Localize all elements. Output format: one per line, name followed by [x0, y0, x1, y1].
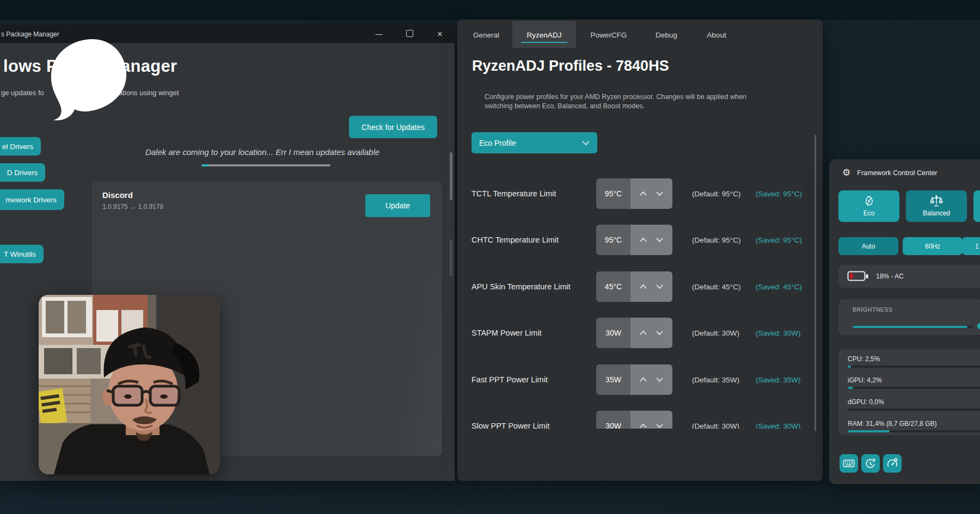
cpu-usage-bar [848, 366, 980, 368]
dgpu-usage-bar [848, 408, 980, 411]
igpu-usage-bar [848, 387, 980, 389]
setting-label: Fast PPT Power Limit [471, 375, 548, 384]
spinner-value: 30W [596, 318, 630, 348]
sidebar-button-framework-drivers[interactable]: mework Drivers [0, 189, 64, 210]
setting-default: (Default: 95°C) [692, 190, 740, 198]
battery-icon [847, 270, 869, 282]
setting-saved: (Saved: 95°C) [756, 190, 802, 198]
cpu-usage-fill [848, 366, 851, 368]
setting-row-stapm: STAPM Power Limit 30W (Default: 30W) (Sa… [460, 318, 817, 348]
setting-saved: (Saved: 30W) [756, 422, 801, 429]
update-button[interactable]: Update [365, 194, 430, 217]
webcam-portrait-image [39, 295, 220, 474]
ram-usage-bar [848, 430, 980, 432]
keyboard-icon [843, 457, 855, 469]
scrollbar-thumb-secondary[interactable] [450, 239, 452, 276]
setting-row-slow-ppt: Slow PPT Power Limit 30W (Default: 30W) … [460, 411, 817, 429]
decrement-icon[interactable] [656, 423, 664, 429]
brightness-slider[interactable] [853, 326, 973, 328]
tab-general[interactable]: General [466, 22, 506, 48]
setting-row-apu-skin: APU Skin Temperature Limit 45°C (Default… [460, 271, 817, 302]
setting-default: (Default: 95°C) [692, 236, 740, 244]
brightness-card: BRIGHTNESS [838, 299, 980, 335]
mode-button-clipped[interactable] [973, 190, 980, 222]
settings-scroll-viewport: TCTL Temperature Limit 95°C (Default: 95… [460, 163, 817, 429]
white-blob-overlay [48, 38, 128, 121]
battery-status-text: 18% - AC [876, 273, 904, 280]
setting-label: APU Skin Temperature Limit [471, 282, 571, 291]
tab-powercfg[interactable]: PowerCFG [584, 22, 634, 48]
performance-gauge-button[interactable] [883, 454, 902, 473]
value-spinner: 95°C [596, 178, 672, 209]
close-icon[interactable]: ✕ [435, 30, 445, 38]
value-spinner: 95°C [596, 225, 672, 255]
tab-debug[interactable]: Debug [649, 22, 684, 48]
keyboard-settings-button[interactable] [840, 454, 858, 473]
desktop-top-strip [0, 0, 980, 20]
refresh-button-auto[interactable]: Auto [838, 237, 898, 255]
profile-dropdown[interactable]: Eco Profile [471, 132, 597, 153]
decrement-icon[interactable] [656, 330, 664, 336]
scrollbar-thumb[interactable] [450, 152, 452, 200]
mode-button-eco[interactable]: Eco [838, 190, 899, 222]
refresh-button-clipped[interactable]: 1 [962, 237, 980, 255]
ryzenadj-description: Configure power profiles for your AMD Ry… [485, 92, 746, 111]
spinner-value: 30W [596, 411, 630, 429]
leaf-icon [863, 195, 875, 207]
spinner-value: 95°C [596, 178, 630, 209]
increment-icon[interactable] [639, 423, 647, 429]
decrement-icon[interactable] [656, 191, 664, 196]
brightness-label: BRIGHTNESS [853, 306, 892, 313]
battery-status-card: 18% - AC [838, 265, 980, 288]
sidebar-button-intel-drivers[interactable]: el Drivers [0, 137, 41, 156]
tab-about[interactable]: About [700, 22, 733, 48]
scales-icon [930, 195, 943, 207]
decrement-icon[interactable] [656, 284, 664, 289]
maximize-icon[interactable] [405, 30, 414, 39]
settings-scrollbar[interactable] [814, 135, 816, 431]
brightness-slider-thumb[interactable] [977, 323, 980, 329]
refresh-button-60hz[interactable]: 60Hz [903, 237, 963, 255]
minimize-icon[interactable]: — [374, 30, 384, 38]
value-spinner: 30W [596, 318, 672, 348]
app-name: Discord [102, 190, 133, 200]
mode-button-balanced[interactable]: Balanced [906, 190, 967, 222]
increment-icon[interactable] [639, 330, 647, 336]
setting-row-tctl: TCTL Temperature Limit 95°C (Default: 95… [460, 178, 817, 209]
decrement-icon[interactable] [656, 377, 664, 382]
update-progress-bar [201, 164, 330, 166]
gauge-gear-icon [886, 457, 898, 470]
tab-active-underline [521, 42, 567, 43]
setting-label: CHTC Temperature Limit [471, 236, 559, 244]
value-spinner: 45°C [596, 271, 672, 302]
dgpu-usage-label: dGPU: 0,0% [848, 398, 884, 406]
tab-ryzenadj[interactable]: RyzenADJ [512, 22, 576, 48]
setting-default: (Default: 30W) [692, 422, 739, 429]
spinner-value: 35W [596, 364, 630, 395]
history-clock-button[interactable] [861, 454, 880, 473]
spinner-value: 45°C [596, 271, 630, 302]
setting-saved: (Saved: 35W) [756, 376, 801, 384]
webcam-overlay [39, 295, 220, 474]
setting-default: (Default: 35W) [692, 376, 739, 384]
framework-logo-icon: ⚙ [842, 167, 850, 178]
setting-label: Slow PPT Power Limit [471, 422, 549, 429]
ram-usage-label: RAM: 31,4% (8,7 GB/27,8 GB) [848, 420, 936, 428]
framework-control-center-panel: ⚙ Framework Control Center Eco Balanced [829, 159, 980, 484]
increment-icon[interactable] [639, 237, 647, 243]
check-for-updates-button[interactable]: Check for Updates [349, 116, 437, 138]
igpu-usage-label: iGPU: 4,2% [848, 376, 882, 384]
sidebar-button-ctt-winutils[interactable]: T Winutils [0, 245, 44, 263]
increment-icon[interactable] [639, 377, 647, 382]
increment-icon[interactable] [639, 284, 647, 289]
increment-icon[interactable] [639, 191, 647, 196]
setting-saved: (Saved: 45°C) [756, 283, 802, 291]
window-title: s Package Manager [1, 30, 59, 38]
igpu-usage-fill [848, 387, 853, 389]
value-spinner: 30W [596, 411, 672, 429]
setting-saved: (Saved: 95°C) [756, 236, 802, 244]
clock-refresh-icon [865, 457, 877, 470]
framework-title: Framework Control Center [857, 169, 937, 177]
decrement-icon[interactable] [656, 237, 664, 243]
sidebar-button-amd-drivers[interactable]: D Drivers [0, 163, 45, 182]
